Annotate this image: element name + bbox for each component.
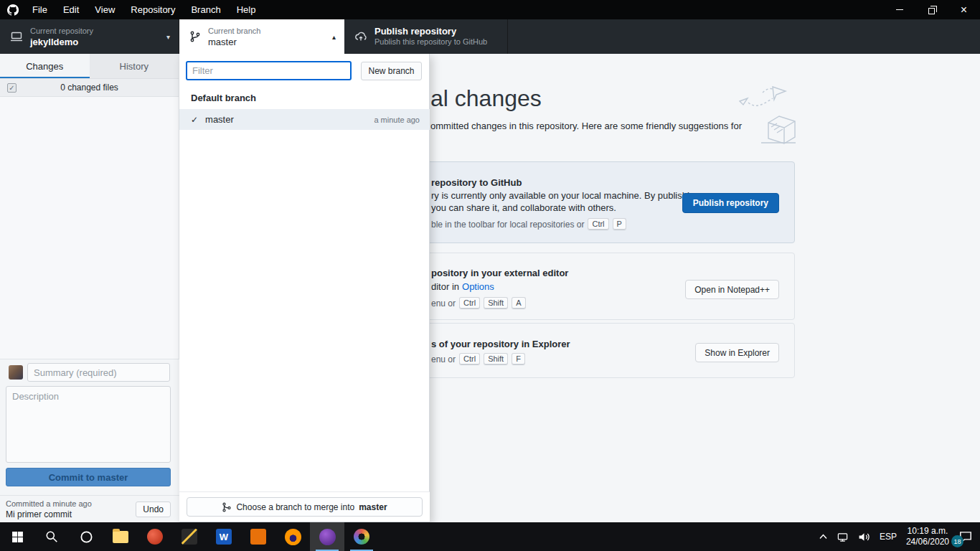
menu-help[interactable]: Help xyxy=(229,0,264,19)
github-desktop-taskbar-button[interactable] xyxy=(310,522,344,551)
page-subtitle: ommitted changes in this repository. Her… xyxy=(430,121,742,131)
options-link[interactable]: Options xyxy=(462,281,494,292)
app-dark-button[interactable] xyxy=(172,522,207,551)
word-button[interactable]: W xyxy=(207,522,241,551)
kbd-a: A xyxy=(512,297,525,309)
action-center-button[interactable]: 18 xyxy=(958,530,973,543)
publish-title: Publish repository xyxy=(374,26,487,37)
publish-text: Publish repository Publish this reposito… xyxy=(374,26,487,47)
commit-form: Commit to master xyxy=(0,359,179,495)
network-icon[interactable] xyxy=(837,532,849,542)
notification-badge: 18 xyxy=(951,535,963,547)
volume-icon[interactable] xyxy=(858,532,870,542)
tray-expand-icon[interactable] xyxy=(819,534,827,540)
firefox-icon xyxy=(285,529,301,545)
merge-button-branch: master xyxy=(359,502,387,512)
repo-text: Current repository jekylldemo xyxy=(30,26,93,47)
window-controls: × xyxy=(883,0,980,19)
branch-item-name: master xyxy=(205,114,234,125)
windows-logo-icon xyxy=(11,531,24,543)
repo-name: jekylldemo xyxy=(30,37,93,47)
restore-icon xyxy=(928,8,935,14)
branch-text: Current branch master xyxy=(208,26,260,47)
app-red-button[interactable] xyxy=(138,522,172,551)
card-explorer-hint: enu or Ctrl Shift F xyxy=(431,353,525,365)
tab-history[interactable]: History xyxy=(90,54,179,78)
kbd-ctrl: Ctrl xyxy=(588,218,608,230)
file-explorer-icon xyxy=(113,531,128,543)
app-icon-red xyxy=(147,529,163,545)
app-multicolor-button[interactable] xyxy=(344,522,379,551)
app-orange-button[interactable] xyxy=(241,522,275,551)
changed-files-row: ✓ 0 changed files xyxy=(0,79,179,97)
page-title: al changes xyxy=(430,85,542,112)
branch-list-item-master[interactable]: ✓ master a minute ago xyxy=(179,109,430,130)
card-editor-title: pository in your external editor xyxy=(431,268,568,278)
publish-repository-toolbar-button[interactable]: Publish repository Publish this reposito… xyxy=(344,19,508,54)
undo-bar: Committed a minute ago Mi primer commit … xyxy=(0,495,179,522)
git-branch-icon xyxy=(189,31,201,42)
tab-changes[interactable]: Changes xyxy=(0,54,90,78)
card-publish-line1: ry is currently only available on your l… xyxy=(431,190,699,201)
commit-summary-input[interactable] xyxy=(27,363,170,382)
open-in-editor-button[interactable]: Open in Notepad++ xyxy=(685,280,779,299)
sidebar: Changes History ✓ 0 changed files Commit… xyxy=(0,54,179,522)
editor-line-text: ditor in xyxy=(431,281,459,292)
menu-repository[interactable]: Repository xyxy=(123,0,183,19)
menu-branch[interactable]: Branch xyxy=(183,0,228,19)
suggestion-card-explorer: s of your repository in Explorer enu or … xyxy=(416,323,795,378)
clock-date: 24/06/2020 xyxy=(906,537,949,547)
close-icon: × xyxy=(961,4,967,16)
firefox-button[interactable] xyxy=(275,522,310,551)
undo-button[interactable]: Undo xyxy=(136,501,171,517)
minimize-button[interactable] xyxy=(883,0,915,19)
card-explorer-title: s of your repository in Explorer xyxy=(431,339,570,349)
menu-file[interactable]: File xyxy=(24,0,55,19)
kbd-ctrl: Ctrl xyxy=(459,353,480,365)
chevron-up-icon: ▴ xyxy=(332,33,336,41)
current-branch-dropdown[interactable]: Current branch master ▴ xyxy=(179,19,344,54)
menu-view[interactable]: View xyxy=(87,0,123,19)
titlebar: File Edit View Repository Branch Help × xyxy=(0,0,980,19)
merge-button-text: Choose a branch to merge into xyxy=(236,502,354,512)
kbd-p: P xyxy=(613,218,626,230)
show-in-explorer-button[interactable]: Show in Explorer xyxy=(695,343,779,362)
select-all-checkbox[interactable]: ✓ xyxy=(7,83,17,93)
branch-label: Current branch xyxy=(208,26,260,37)
publish-repository-button[interactable]: Publish repository xyxy=(682,193,779,213)
cortana-icon xyxy=(80,530,93,544)
computer-icon xyxy=(10,31,23,42)
changed-files-summary: 0 changed files xyxy=(60,83,118,93)
suggestion-card-publish: repository to GitHub ry is currently onl… xyxy=(416,161,795,243)
hint-text: enu or xyxy=(431,298,456,309)
cloud-upload-icon xyxy=(354,31,367,42)
card-publish-hint: ble in the toolbar for local repositorie… xyxy=(431,218,626,230)
restore-button[interactable] xyxy=(915,0,948,19)
commit-status-text: Committed a minute ago xyxy=(6,499,92,508)
merge-branch-button[interactable]: Choose a branch to merge into master xyxy=(187,497,423,517)
no-changes-illustration xyxy=(735,80,800,151)
kbd-shift: Shift xyxy=(484,297,508,309)
taskbar-search-button[interactable] xyxy=(34,522,69,551)
taskbar-clock[interactable]: 10:19 a.m. 24/06/2020 xyxy=(906,526,949,547)
check-icon: ✓ xyxy=(191,115,198,125)
close-button[interactable]: × xyxy=(948,0,980,19)
system-tray: ESP 10:19 a.m. 24/06/2020 18 xyxy=(819,522,980,551)
file-explorer-button[interactable] xyxy=(103,522,138,551)
commit-button[interactable]: Commit to master xyxy=(6,468,171,486)
language-indicator[interactable]: ESP xyxy=(880,532,897,542)
avatar xyxy=(9,365,23,380)
branch-filter-input[interactable] xyxy=(186,61,352,80)
card-publish-title: repository to GitHub xyxy=(431,177,522,188)
current-repository-dropdown[interactable]: Current repository jekylldemo ▾ xyxy=(0,19,179,54)
commit-description-input[interactable] xyxy=(6,386,171,463)
branch-name: master xyxy=(208,37,260,47)
menu-edit[interactable]: Edit xyxy=(55,0,87,19)
hint-text: enu or xyxy=(431,354,456,364)
cortana-button[interactable] xyxy=(69,522,103,551)
search-icon xyxy=(45,530,58,543)
start-button[interactable] xyxy=(0,522,34,551)
github-desktop-icon xyxy=(319,529,336,545)
new-branch-button[interactable]: New branch xyxy=(361,62,422,80)
card-publish-line2: you can share it, and collaborate with o… xyxy=(431,202,616,213)
